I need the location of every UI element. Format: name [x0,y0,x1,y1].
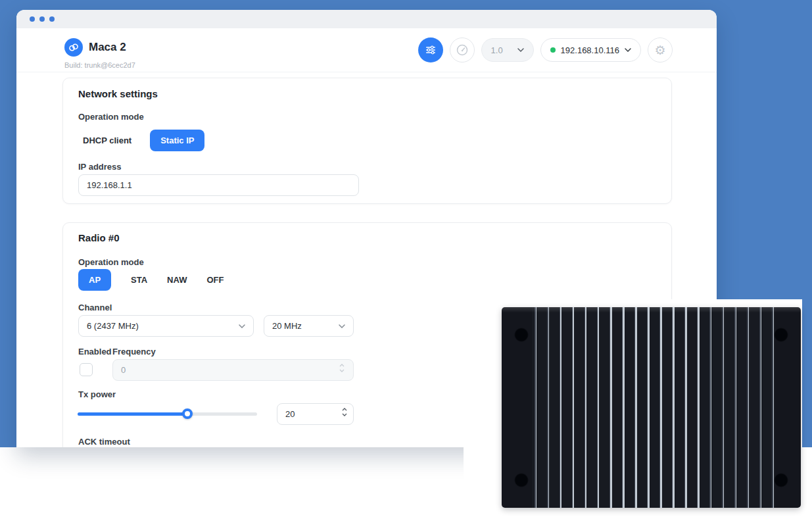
traffic-light-dots[interactable] [30,16,55,22]
chevron-down-icon [517,48,524,52]
tx-power-label: Tx power [78,389,116,399]
tx-power-slider-thumb[interactable] [182,408,193,419]
frequency-stepper[interactable] [339,364,345,372]
chevron-down-icon [342,413,347,416]
window-titlebar [16,10,717,28]
mode-option-static-ip-selected[interactable]: Static IP [150,130,204,151]
device-select-value: 192.168.10.116 [561,45,619,55]
frequency-label: Frequency [112,347,156,357]
tx-power-slider-fill [78,412,187,416]
tx-power-stepper[interactable] [342,408,347,416]
network-operation-mode-label: Operation mode [78,112,144,122]
network-settings-card: Network settings Operation mode DHCP cli… [62,78,672,204]
device-select[interactable]: 192.168.10.116 [540,38,641,62]
chevron-up-icon [339,364,345,367]
gear-icon: ⚙ [654,44,665,57]
version-select-value: 1.0 [491,45,503,55]
channel-select[interactable]: 6 (2437 MHz) [78,315,254,337]
app-header: Maca 2 Build: trunk@6cec2d7 [16,28,717,72]
tune-button[interactable] [418,37,443,62]
enabled-label: Enabled [78,347,112,357]
radio-card-title: Radio #0 [78,232,120,243]
mode-option-off[interactable]: OFF [206,275,224,285]
ip-address-input[interactable] [78,174,359,196]
maximize-dot[interactable] [49,16,55,22]
settings-button[interactable]: ⚙ [648,37,673,62]
close-dot[interactable] [30,16,35,22]
gauge-button[interactable] [450,37,475,62]
network-card-title: Network settings [78,88,158,99]
channel-label: Channel [78,303,112,312]
mode-option-ap-selected[interactable]: AP [78,269,111,291]
build-label: Build: trunk@6cec2d7 [64,61,135,69]
online-status-dot [550,47,556,53]
chevron-down-icon [339,369,345,372]
enabled-checkbox[interactable] [80,363,93,376]
tune-sliders-icon [425,44,437,56]
ack-timeout-label: ACK timeout [78,437,130,447]
ip-address-label: IP address [78,162,122,172]
chevron-down-icon [239,324,245,328]
bandwidth-select-value: 20 MHz [272,321,302,331]
gauge-icon [456,43,469,57]
radio-operation-mode-label: Operation mode [78,257,144,267]
heatsink-device-image [502,307,801,508]
bandwidth-select[interactable]: 20 MHz [264,315,354,337]
mode-option-sta[interactable]: STA [131,275,147,285]
mode-option-naw[interactable]: NAW [167,275,187,285]
mode-option-dhcp-client[interactable]: DHCP client [83,135,131,145]
tx-power-slider[interactable] [78,412,257,416]
chevron-down-icon [339,324,345,328]
product-photo [464,299,802,517]
page-title: Maca 2 [89,41,126,54]
frequency-input[interactable] [112,359,354,381]
minimize-dot[interactable] [39,16,45,22]
chevron-down-icon [625,48,631,52]
infinity-link-icon [68,41,80,53]
chevron-up-icon [342,408,347,411]
channel-select-value: 6 (2437 MHz) [87,321,139,331]
app-logo [64,38,83,57]
version-select[interactable]: 1.0 [481,38,534,62]
